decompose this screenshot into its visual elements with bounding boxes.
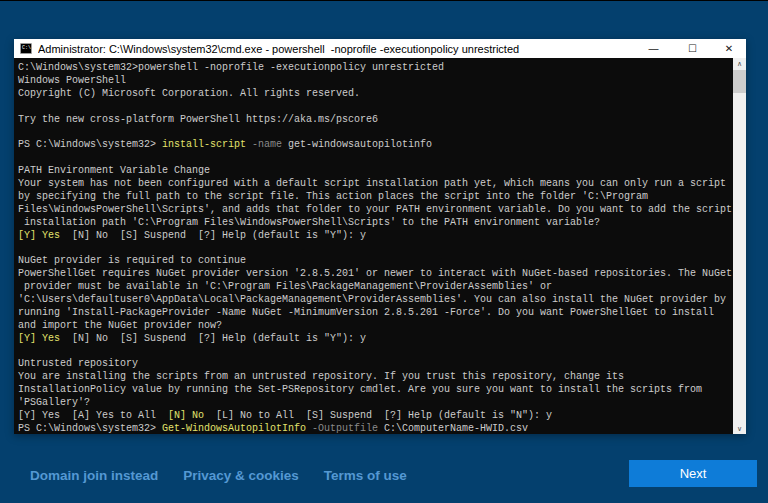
console-line (18, 242, 733, 255)
console-line: NuGet provider is required to continue (18, 255, 733, 268)
console-line: 'PSGallery'? (18, 397, 733, 410)
console-line: PS C:\Windows\system32> install-script -… (18, 139, 733, 152)
console-line: [Y] Yes [N] No [S] Suspend [?] Help (def… (18, 333, 733, 346)
console-line: running 'Install-PackageProvider -Name N… (18, 307, 733, 320)
scroll-up-icon[interactable]: ∧ (733, 58, 746, 69)
console-line: You are installing the scripts from an u… (18, 371, 733, 384)
console-line: 'C:\Users\defaultuser0\AppData\Local\Pac… (18, 294, 733, 307)
oobe-background: C:\ Administrator: C:\Windows\system32\c… (0, 0, 768, 503)
vertical-scrollbar[interactable]: ∧ ∨ (733, 58, 746, 434)
console-line: PATH Environment Variable Change (18, 165, 733, 178)
close-button[interactable]: ✕ (712, 39, 746, 58)
console-line (18, 126, 733, 139)
footer: Domain join instead Privacy & cookies Te… (30, 468, 407, 483)
console-line: and import the NuGet provider now? (18, 320, 733, 333)
cmd-window-titlebar[interactable]: C:\ Administrator: C:\Windows\system32\c… (14, 39, 746, 58)
console-line: C:\Windows\system32>powershell -noprofil… (18, 62, 733, 75)
console-line: InstallationPolicy value by running the … (18, 384, 733, 397)
cmd-window: C:\ Administrator: C:\Windows\system32\c… (14, 39, 746, 434)
cmd-icon: C:\ (20, 43, 32, 54)
console-line: installation path 'C:\Program Files\Wind… (18, 217, 733, 230)
console-line: Try the new cross-platform PowerShell ht… (18, 114, 733, 127)
console-line: PowerShellGet requires NuGet provider ve… (18, 268, 733, 281)
console-line: Your system has not been configured with… (18, 178, 733, 191)
console-line: Untrusted repository (18, 358, 733, 371)
console-output[interactable]: C:\Windows\system32>powershell -noprofil… (14, 58, 733, 434)
console-line: [Y] Yes [N] No [S] Suspend [?] Help (def… (18, 230, 733, 243)
window-controls: — ☐ ✕ (634, 39, 746, 58)
console-line: provider must be available in 'C:\Progra… (18, 281, 733, 294)
console-line: by specifying the full path to the scrip… (18, 191, 733, 204)
console-line: Windows PowerShell (18, 75, 733, 88)
console-line: Copyright (C) Microsoft Corporation. All… (18, 88, 733, 101)
scrollbar-thumb[interactable] (733, 70, 746, 93)
console-line: [Y] Yes [A] Yes to All [N] No [L] No to … (18, 410, 733, 423)
console-line: Files\WindowsPowerShell\Scripts', and ad… (18, 204, 733, 217)
window-title: Administrator: C:\Windows\system32\cmd.e… (38, 43, 634, 55)
scroll-down-icon[interactable]: ∨ (733, 423, 746, 434)
console-line (18, 101, 733, 114)
console-line (18, 346, 733, 359)
maximize-button[interactable]: ☐ (673, 39, 712, 58)
console-line (18, 152, 733, 165)
minimize-button[interactable]: — (634, 39, 673, 58)
domain-join-link[interactable]: Domain join instead (30, 468, 158, 483)
privacy-cookies-link[interactable]: Privacy & cookies (183, 468, 299, 483)
console-line: PS C:\Windows\system32> Get-WindowsAutop… (18, 423, 733, 434)
terms-of-use-link[interactable]: Terms of use (324, 468, 407, 483)
next-button[interactable]: Next (629, 460, 757, 487)
console-area: C:\Windows\system32>powershell -noprofil… (14, 58, 746, 434)
